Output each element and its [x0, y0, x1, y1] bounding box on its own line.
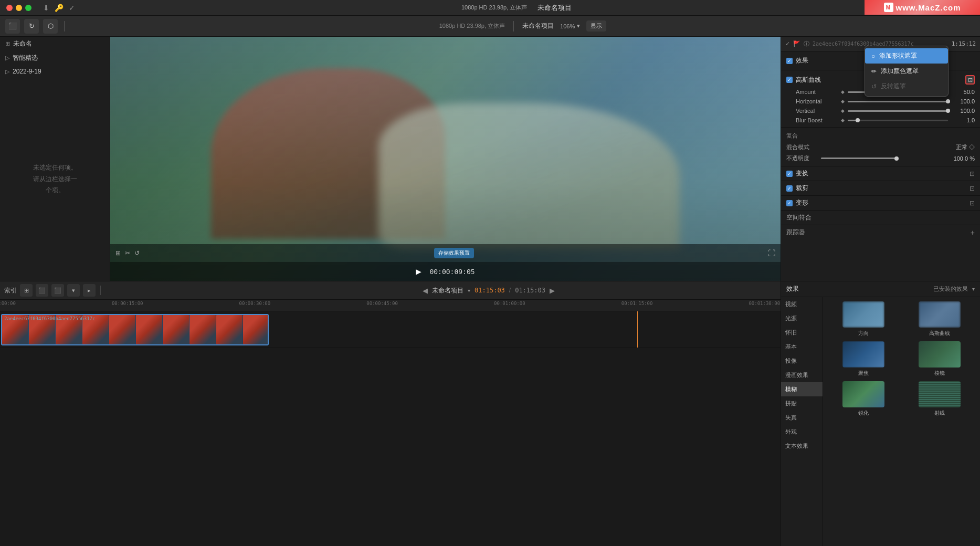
play-button[interactable]: ▶ — [416, 267, 421, 276]
preview-size-icon[interactable]: ⊞ — [115, 249, 121, 257]
effect-prism-label: 棱镜 — [934, 370, 945, 377]
spatial-label: 空间符合 — [786, 213, 975, 222]
category-projection[interactable]: 投像 — [781, 354, 823, 368]
effect-rays[interactable]: 射线 — [904, 381, 976, 417]
vertical-slider[interactable] — [848, 110, 948, 112]
fullscreen-button[interactable] — [25, 5, 31, 11]
add-color-mask-item[interactable]: ✏ 添加颜色遮罩 — [865, 64, 948, 79]
resolution-info: 1080p HD 23.98p, 立体声 — [439, 22, 505, 30]
minimize-button[interactable] — [16, 5, 22, 11]
key-icon[interactable]: 🔑 — [55, 4, 64, 12]
checkmark-icon[interactable]: ✓ — [69, 4, 75, 12]
titlebar-left-icons: ⬇ 🔑 ✓ — [38, 4, 80, 12]
clip-thumb-8 — [216, 315, 243, 344]
sidebar-item-smart[interactable]: ▷ 智能精选 — [0, 51, 110, 65]
blur-boost-slider[interactable] — [848, 120, 948, 121]
category-blur[interactable]: 模糊 — [781, 382, 823, 396]
sidebar-item-date[interactable]: ▷ 2022-9-19 — [0, 65, 110, 78]
effects-checkbox[interactable]: ✓ — [786, 58, 793, 64]
horizontal-slider[interactable] — [848, 101, 948, 102]
toolbar-btn-3[interactable]: ⬡ — [43, 19, 58, 34]
video-clip[interactable]: 2ae4eec67f094f6300b4aed77556317c — [1, 314, 269, 345]
horizontal-slider-thumb[interactable] — [946, 99, 950, 103]
display-button[interactable]: 显示 — [586, 20, 606, 32]
horizontal-param-row: Horizontal ◆ 100.0 — [781, 97, 980, 106]
horizontal-slider-fill — [848, 101, 948, 102]
gauss-mask-button[interactable]: ⊡ — [965, 75, 975, 85]
distort-icon: ⊡ — [970, 200, 975, 207]
vertical-keyframe-diamond[interactable]: ◆ — [841, 108, 845, 113]
date-icon: ▷ — [5, 68, 9, 75]
inspector-checkmark-icon[interactable]: ✓ — [785, 40, 790, 47]
effects-installed-label: 已安装的效果 — [933, 285, 968, 293]
effects-dropdown-arrow[interactable]: ▾ — [972, 286, 975, 292]
inspector-flag-icon[interactable]: 🚩 — [793, 40, 800, 47]
category-appearance[interactable]: 外观 — [781, 425, 823, 439]
distort-row: ✓ 变形 ⊡ — [781, 196, 980, 211]
category-light[interactable]: 光源 — [781, 311, 823, 326]
sidebar: ⊞ 未命名 ▷ 智能精选 ▷ 2022-9-19 未选定任何项。请从边栏选择一个… — [0, 37, 110, 281]
blur-boost-keyframe-diamond[interactable]: ◆ — [841, 118, 845, 123]
category-collage[interactable]: 拼贴 — [781, 396, 823, 411]
timeline-btn-1[interactable]: ⊞ — [20, 284, 33, 297]
vertical-slider-thumb[interactable] — [946, 109, 950, 113]
gauss-checkbox[interactable]: ✓ — [786, 77, 793, 83]
tracker-add-button[interactable]: + — [971, 228, 975, 237]
shape-mask-icon: ○ — [871, 52, 875, 60]
close-button[interactable] — [6, 5, 13, 11]
effect-sharpen[interactable]: 锐化 — [827, 381, 900, 417]
toolbar-btn-1[interactable]: ⬛ — [5, 19, 20, 34]
distort-checkbox[interactable]: ✓ — [786, 200, 793, 206]
preview-reset-icon[interactable]: ↺ — [134, 249, 140, 257]
timeline-btn-3[interactable]: ⬛ — [51, 284, 64, 297]
category-distort[interactable]: 失真 — [781, 411, 823, 425]
download-icon[interactable]: ⬇ — [43, 4, 49, 12]
zoom-arrow[interactable]: ▾ — [577, 23, 580, 29]
opacity-slider-thumb[interactable] — [894, 156, 899, 161]
preview-crop-icon[interactable]: ✂ — [125, 249, 130, 257]
crop-checkbox[interactable]: ✓ — [786, 185, 793, 192]
category-vintage[interactable]: 怀旧 — [781, 326, 823, 340]
blend-mode-select[interactable]: 正常 ◇ — [821, 143, 975, 151]
category-video[interactable]: 视频 — [781, 297, 823, 311]
sidebar-item-smart-label: 智能精选 — [13, 54, 38, 62]
blur-boost-param-row: Blur Boost ◆ 1.0 — [781, 116, 980, 125]
blend-mode-label: 混合模式 — [786, 143, 818, 151]
fullscreen-icon[interactable]: ⛶ — [768, 249, 775, 257]
ruler-mark-2: 00:00:30:00 — [239, 301, 271, 306]
preview-timecode: 00:00:09:05 — [429, 268, 475, 276]
category-comic[interactable]: 漫画效果 — [781, 368, 823, 382]
inspector-info-icon[interactable]: ⓘ — [804, 40, 809, 48]
category-basic[interactable]: 基本 — [781, 340, 823, 354]
timeline-next-btn[interactable]: ▶ — [550, 287, 555, 295]
effect-focus[interactable]: 聚焦 — [827, 341, 900, 377]
timeline-index-label: 索引 — [4, 286, 17, 295]
ruler-mark-3: 00:00:45:00 — [366, 301, 398, 306]
sidebar-item-grid[interactable]: ⊞ 未命名 — [0, 37, 110, 51]
timeline-btn-4[interactable]: ▾ — [67, 284, 80, 297]
effect-gaussian[interactable]: 高斯曲线 — [904, 301, 976, 337]
sidebar-placeholder: 未选定任何项。请从边栏选择一个项。 — [0, 78, 110, 281]
transform-checkbox[interactable]: ✓ — [786, 171, 793, 177]
timeline-btn-5[interactable]: ▸ — [83, 284, 96, 297]
horizontal-keyframe-diamond[interactable]: ◆ — [841, 99, 845, 104]
ruler-mark-1: 00:00:15:00 — [112, 301, 143, 306]
toolbar-btn-2[interactable]: ↻ — [24, 19, 39, 34]
vertical-value: 100.0 — [951, 108, 975, 114]
blur-boost-slider-thumb[interactable] — [856, 118, 860, 122]
save-effects-preview-button[interactable]: 存储效果预置 — [434, 248, 474, 258]
watermark-logo: M — [884, 3, 893, 12]
add-shape-mask-item[interactable]: ○ 添加形状遮罩 — [865, 48, 948, 64]
vertical-label: Vertical — [796, 108, 838, 114]
effects-header: 效果 已安装的效果 ▾ — [781, 281, 980, 297]
category-text[interactable]: 文本效果 — [781, 439, 823, 453]
timeline-prev-btn[interactable]: ◀ — [423, 287, 428, 295]
amount-keyframe-diamond[interactable]: ◆ — [841, 89, 845, 94]
effect-direction[interactable]: 方向 — [827, 301, 900, 337]
spatial-row: 空间符合 — [781, 211, 980, 225]
timeline-dropdown-arrow[interactable]: ▾ — [468, 288, 470, 293]
transform-label: 变换 — [796, 169, 966, 178]
clip-thumb-4 — [109, 315, 135, 344]
effect-prism[interactable]: 棱镜 — [904, 341, 976, 377]
timeline-btn-2[interactable]: ⬛ — [36, 284, 48, 297]
